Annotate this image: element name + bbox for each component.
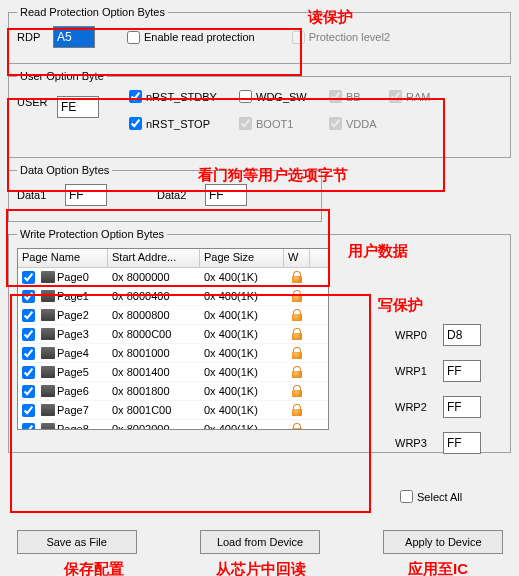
page-icon xyxy=(41,309,55,321)
annot-save: 保存配置 xyxy=(64,560,124,576)
apply-to-device-button[interactable]: Apply to Device xyxy=(383,530,503,554)
table-row[interactable]: Page00x 80000000x 400(1K) xyxy=(18,268,328,287)
enable-read-protection-checkbox[interactable]: Enable read protection xyxy=(127,31,255,44)
page-icon xyxy=(41,347,55,359)
lock-icon xyxy=(292,290,302,302)
lock-icon xyxy=(292,385,302,397)
read-protection-group: Read Protection Option Bytes RDP Enable … xyxy=(8,6,511,64)
page-icon xyxy=(41,423,55,429)
wrp-label: WRP3 xyxy=(395,437,435,449)
annot-apply: 应用至IC xyxy=(408,560,468,576)
lock-icon xyxy=(292,328,302,340)
lock-icon xyxy=(292,309,302,321)
data2-label: Data2 xyxy=(157,189,195,201)
row-checkbox[interactable] xyxy=(22,328,35,341)
table-row[interactable]: Page80x 80020000x 400(1K) xyxy=(18,420,328,429)
data-legend: Data Option Bytes xyxy=(17,164,112,176)
select-all-checkbox[interactable]: Select All xyxy=(400,490,462,503)
table-row[interactable]: Page40x 80010000x 400(1K) xyxy=(18,344,328,363)
wrp-value-WRP3[interactable] xyxy=(443,432,481,454)
wp-legend: Write Protection Option Bytes xyxy=(17,228,167,240)
rdp-value[interactable] xyxy=(53,26,95,48)
user-opt-VDDA: VDDA xyxy=(329,117,389,130)
page-icon xyxy=(41,328,55,340)
lock-icon xyxy=(292,423,302,429)
rdp-legend: Read Protection Option Bytes xyxy=(17,6,168,18)
wrp-value-WRP0[interactable] xyxy=(443,324,481,346)
lock-icon xyxy=(292,271,302,283)
annot-load: 从芯片中回读 xyxy=(216,560,306,576)
load-from-device-button[interactable]: Load from Device xyxy=(200,530,320,554)
wrp-label: WRP1 xyxy=(395,365,435,377)
row-checkbox[interactable] xyxy=(22,385,35,398)
user-value[interactable] xyxy=(57,96,99,118)
row-checkbox[interactable] xyxy=(22,404,35,417)
user-opt-RAM: RAM xyxy=(389,90,449,103)
row-checkbox[interactable] xyxy=(22,309,35,322)
data1-value[interactable] xyxy=(65,184,107,206)
table-row[interactable]: Page50x 80014000x 400(1K) xyxy=(18,363,328,382)
table-row[interactable]: Page70x 8001C000x 400(1K) xyxy=(18,401,328,420)
wrp-value-WRP2[interactable] xyxy=(443,396,481,418)
table-row[interactable]: Page60x 80018000x 400(1K) xyxy=(18,382,328,401)
data-option-group: Data Option Bytes Data1 Data2 xyxy=(8,164,322,222)
table-header: Page Name Start Addre... Page Size W xyxy=(18,249,328,268)
user-opt-nRST_STDBY[interactable]: nRST_STDBY xyxy=(129,90,239,103)
row-checkbox[interactable] xyxy=(22,347,35,360)
user-opt-BOOT1: BOOT1 xyxy=(239,117,329,130)
page-table: Page Name Start Addre... Page Size W Pag… xyxy=(17,248,329,430)
table-row[interactable]: Page10x 80004000x 400(1K) xyxy=(18,287,328,306)
user-option-group: User Option Byte USER nRST_STDBYWDG_SWBB… xyxy=(8,70,511,158)
rdp-label: RDP xyxy=(17,31,47,43)
user-opt-WDG_SW[interactable]: WDG_SW xyxy=(239,90,329,103)
user-opt-nRST_STOP[interactable]: nRST_STOP xyxy=(129,117,239,130)
row-checkbox[interactable] xyxy=(22,366,35,379)
data2-value[interactable] xyxy=(205,184,247,206)
table-row[interactable]: Page20x 80008000x 400(1K) xyxy=(18,306,328,325)
user-opt-BB: BB xyxy=(329,90,389,103)
page-icon xyxy=(41,385,55,397)
wrp-label: WRP0 xyxy=(395,329,435,341)
lock-icon xyxy=(292,366,302,378)
page-icon xyxy=(41,366,55,378)
row-checkbox[interactable] xyxy=(22,271,35,284)
row-checkbox[interactable] xyxy=(22,423,35,430)
data1-label: Data1 xyxy=(17,189,55,201)
user-label: USER xyxy=(17,96,51,108)
protection-level2-checkbox: Protection level2 xyxy=(292,31,390,44)
page-icon xyxy=(41,290,55,302)
wrp-value-WRP1[interactable] xyxy=(443,360,481,382)
page-icon xyxy=(41,404,55,416)
table-row[interactable]: Page30x 8000C000x 400(1K) xyxy=(18,325,328,344)
user-legend: User Option Byte xyxy=(17,70,107,82)
row-checkbox[interactable] xyxy=(22,290,35,303)
lock-icon xyxy=(292,404,302,416)
page-icon xyxy=(41,271,55,283)
wrp-label: WRP2 xyxy=(395,401,435,413)
lock-icon xyxy=(292,347,302,359)
save-as-file-button[interactable]: Save as File xyxy=(17,530,137,554)
